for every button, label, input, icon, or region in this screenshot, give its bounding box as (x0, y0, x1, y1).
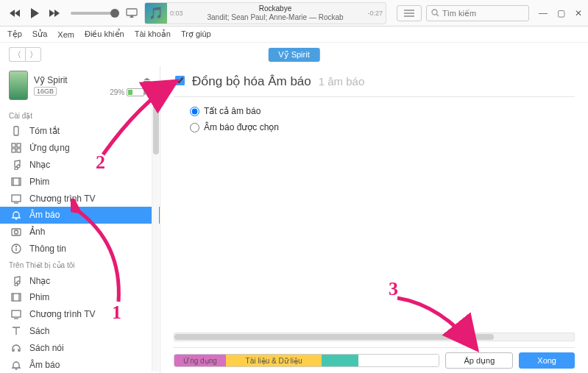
track-title: Rockabye (191, 4, 361, 13)
sidebar-od-audiobooks[interactable]: Sách nói (0, 339, 160, 356)
eject-icon[interactable]: ⏏ (143, 75, 151, 85)
time-elapsed: 0:03 (167, 10, 186, 17)
sync-title: Đồng bộ hóa Âm báo (192, 74, 311, 89)
apps-icon (10, 142, 22, 154)
next-track-icon[interactable] (47, 7, 60, 20)
sidebar-item-info[interactable]: Thông tin (0, 240, 160, 257)
search-icon (431, 9, 439, 17)
sidebar-od-tones[interactable]: Âm báo (0, 356, 160, 373)
track-artist: 3andit; Sean Paul; Anne-Marie — Rockab (191, 13, 361, 22)
svg-rect-24 (12, 310, 21, 317)
usage-seg-data: Tài liệu & Dữ liệu (226, 355, 322, 366)
nav-back-button[interactable]: 〈 (9, 47, 25, 62)
info-icon (10, 243, 22, 255)
bell-icon (10, 359, 22, 371)
battery-pct: 29% (110, 88, 124, 96)
sidebar-od-books[interactable]: Sách (0, 323, 160, 340)
sidebar-section-on-device: Trên Thiết bị của tôi (0, 257, 160, 272)
tv-icon (10, 193, 22, 205)
usage-seg-apps: Ứng dụng (174, 355, 226, 366)
battery-status: 29% + (110, 88, 151, 96)
svg-rect-9 (12, 149, 15, 152)
sidebar-item-apps[interactable]: Ứng dụng (0, 140, 160, 157)
svg-point-20 (16, 246, 17, 246)
menu-edit[interactable]: Sửa (32, 29, 47, 39)
device-block: Vỹ Spirit 16GB ⏏ 29% + (0, 66, 160, 107)
menu-account[interactable]: Tài khoản (135, 29, 171, 39)
svg-rect-14 (12, 195, 21, 202)
play-icon[interactable] (28, 7, 41, 20)
movies-icon (10, 176, 22, 188)
minimize-icon[interactable]: — (538, 8, 548, 18)
audiobooks-icon (10, 342, 22, 354)
svg-point-17 (15, 230, 18, 234)
search-box[interactable] (426, 5, 529, 21)
device-pill[interactable]: Vỹ Spirit (268, 48, 319, 62)
sidebar-item-movies[interactable]: Phim (0, 173, 160, 190)
sidebar-item-summary[interactable]: Tóm tắt (0, 123, 160, 140)
movies-icon (10, 291, 22, 303)
sidebar-item-music[interactable]: Nhạc (0, 157, 160, 174)
menu-help[interactable]: Trợ giúp (181, 29, 211, 39)
player-bar: 🎵 0:03 Rockabye 3andit; Sean Paul; Anne-… (0, 0, 588, 26)
usage-seg-other (322, 355, 358, 366)
sidebar-od-movies[interactable]: Phim (0, 289, 160, 306)
svg-rect-8 (17, 143, 21, 147)
maximize-icon[interactable]: ▢ (556, 8, 566, 18)
sync-tones-checkbox[interactable] (175, 76, 185, 85)
sidebar-section-settings: Cài đặt (0, 107, 160, 123)
svg-rect-10 (17, 149, 21, 152)
album-art-icon: 🎵 (145, 2, 167, 24)
sidebar-od-tv[interactable]: Chương trình TV (0, 306, 160, 323)
svg-point-4 (432, 10, 437, 15)
sidebar-item-tones[interactable]: Âm báo (0, 207, 160, 224)
sidebar-scrollbar[interactable] (152, 88, 159, 372)
radio-all-tones[interactable]: Tất cả âm báo (190, 106, 575, 116)
svg-rect-6 (14, 127, 18, 135)
sub-header: 〈 〉 Vỹ Spirit (0, 43, 588, 66)
menu-file[interactable]: Tệp (7, 29, 22, 39)
divider (174, 347, 575, 348)
menu-view[interactable]: Xem (57, 30, 74, 39)
menu-bar: Tệp Sửa Xem Điều khiển Tài khoản Trợ giú… (0, 26, 588, 43)
content-pane: Đồng bộ hóa Âm báo 1 âm báo Tất cả âm bá… (160, 66, 588, 373)
done-button[interactable]: Xong (519, 352, 575, 369)
bell-icon (10, 209, 22, 221)
menu-controls[interactable]: Điều khiển (85, 29, 124, 39)
svg-line-5 (436, 14, 439, 16)
apply-button[interactable]: Áp dụng (445, 352, 513, 369)
sidebar: Vỹ Spirit 16GB ⏏ 29% + Cài đặt Tóm tắt Ứ… (0, 66, 160, 373)
charging-icon: + (146, 88, 151, 96)
now-playing: 🎵 0:03 Rockabye 3andit; Sean Paul; Anne-… (144, 2, 386, 24)
music-icon (10, 159, 22, 171)
volume-slider[interactable] (71, 12, 115, 15)
sidebar-od-music[interactable]: Nhạc (0, 272, 160, 289)
search-input[interactable] (442, 9, 516, 18)
time-remain: -0:27 (364, 10, 386, 17)
camera-icon (10, 226, 22, 238)
close-icon[interactable]: ✕ (573, 8, 584, 18)
device-capacity: 16GB (34, 87, 57, 96)
radio-selected-tones[interactable]: Âm báo được chọn (190, 122, 575, 132)
list-view-button[interactable] (397, 5, 422, 21)
horizontal-scrollbar[interactable] (174, 333, 575, 341)
summary-icon (10, 125, 22, 137)
divider (174, 96, 575, 97)
storage-usage-bar: Ứng dụng Tài liệu & Dữ liệu (174, 354, 439, 367)
nav-forward-button[interactable]: 〉 (25, 47, 41, 62)
sync-count: 1 âm báo (319, 75, 365, 88)
svg-rect-0 (127, 9, 137, 15)
prev-track-icon[interactable] (9, 7, 22, 20)
books-icon (10, 325, 22, 337)
tv-icon (10, 308, 22, 320)
svg-rect-7 (12, 143, 15, 147)
music-icon (10, 275, 22, 287)
device-image-icon (9, 71, 28, 100)
airplay-icon[interactable] (125, 7, 138, 20)
sidebar-item-photos[interactable]: Ảnh (0, 224, 160, 241)
device-name: Vỹ Spirit (34, 75, 104, 85)
battery-icon (127, 88, 144, 96)
sidebar-item-tv[interactable]: Chương trình TV (0, 190, 160, 207)
usage-seg-free (358, 355, 439, 366)
